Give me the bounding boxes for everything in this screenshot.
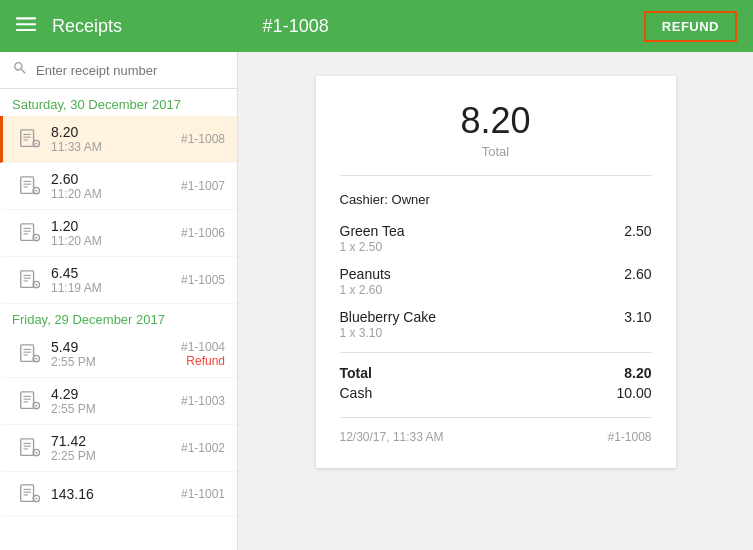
search-icon bbox=[12, 60, 28, 80]
receipt-icon bbox=[15, 172, 43, 200]
line-item-price: 3.10 bbox=[624, 309, 651, 325]
svg-rect-2 bbox=[16, 29, 36, 31]
receipt-item-0-1[interactable]: 2.60 11:20 AM #1-1007 bbox=[0, 163, 237, 210]
cashier-line: Cashier: Owner bbox=[340, 192, 652, 207]
svg-rect-52 bbox=[21, 485, 34, 502]
app-title: Receipts bbox=[52, 16, 243, 37]
menu-icon[interactable] bbox=[16, 14, 36, 39]
receipt-item-right: #1-1003 bbox=[181, 394, 225, 408]
receipt-time: 11:33 AM bbox=[51, 140, 181, 154]
line-item-row: Blueberry Cake 3.10 bbox=[340, 309, 652, 325]
line-item-name: Blueberry Cake bbox=[340, 309, 437, 325]
receipt-icon bbox=[15, 434, 43, 462]
receipt-item-info: 6.45 11:19 AM bbox=[51, 265, 181, 295]
receipt-item-right: #1-1002 bbox=[181, 441, 225, 455]
svg-rect-38 bbox=[21, 392, 34, 409]
receipt-total-amount: 8.20 bbox=[340, 100, 652, 142]
svg-rect-17 bbox=[21, 224, 34, 241]
sidebar-groups: Saturday, 30 December 2017 8.20 11:33 AM… bbox=[0, 89, 237, 517]
receipt-line-item-2: Blueberry Cake 3.10 1 x 3.10 bbox=[340, 309, 652, 340]
search-box bbox=[0, 52, 237, 89]
line-item-name: Green Tea bbox=[340, 223, 405, 239]
receipt-item-1-2[interactable]: 71.42 2:25 PM #1-1002 bbox=[0, 425, 237, 472]
receipt-number: #1-1004 bbox=[181, 340, 225, 354]
main-layout: Saturday, 30 December 2017 8.20 11:33 AM… bbox=[0, 52, 753, 550]
line-item-sub: 1 x 2.60 bbox=[340, 283, 652, 297]
receipt-footer: 12/30/17, 11:33 AM #1-1008 bbox=[340, 417, 652, 444]
receipt-item-right: #1-1008 bbox=[181, 132, 225, 146]
receipt-icon bbox=[15, 480, 43, 508]
receipt-amount: 2.60 bbox=[51, 171, 181, 187]
svg-rect-0 bbox=[16, 17, 36, 19]
receipt-number: #1-1002 bbox=[181, 441, 225, 455]
total-label: Cash bbox=[340, 385, 373, 401]
receipt-total-label: Total bbox=[340, 144, 652, 159]
receipt-line-item-0: Green Tea 2.50 1 x 2.50 bbox=[340, 223, 652, 254]
receipt-item-1-1[interactable]: 4.29 2:55 PM #1-1003 bbox=[0, 378, 237, 425]
receipt-time: 11:20 AM bbox=[51, 234, 181, 248]
receipt-icon bbox=[15, 387, 43, 415]
receipt-time: 11:19 AM bbox=[51, 281, 181, 295]
receipt-icon bbox=[15, 266, 43, 294]
app-header: Receipts #1-1008 REFUND bbox=[0, 0, 753, 52]
receipt-amount: 6.45 bbox=[51, 265, 181, 281]
receipt-footer-id: #1-1008 bbox=[607, 430, 651, 444]
total-label: Total bbox=[340, 365, 372, 381]
svg-rect-1 bbox=[16, 23, 36, 25]
receipt-amount: 8.20 bbox=[51, 124, 181, 140]
receipt-item-0-0[interactable]: 8.20 11:33 AM #1-1008 bbox=[0, 116, 237, 163]
line-item-sub: 1 x 2.50 bbox=[340, 240, 652, 254]
svg-rect-24 bbox=[21, 271, 34, 288]
receipt-line-item-1: Peanuts 2.60 1 x 2.60 bbox=[340, 266, 652, 297]
receipt-item-1-3[interactable]: 143.16 #1-1001 bbox=[0, 472, 237, 517]
total-value: 10.00 bbox=[616, 385, 651, 401]
refund-button[interactable]: REFUND bbox=[644, 11, 737, 42]
receipt-item-0-2[interactable]: 1.20 11:20 AM #1-1006 bbox=[0, 210, 237, 257]
receipt-item-right: #1-1001 bbox=[181, 487, 225, 501]
svg-rect-45 bbox=[21, 439, 34, 456]
receipt-item-info: 8.20 11:33 AM bbox=[51, 124, 181, 154]
receipt-item-info: 1.20 11:20 AM bbox=[51, 218, 181, 248]
receipt-icon bbox=[15, 219, 43, 247]
receipt-time: 2:55 PM bbox=[51, 355, 181, 369]
line-item-row: Green Tea 2.50 bbox=[340, 223, 652, 239]
line-item-price: 2.50 bbox=[624, 223, 651, 239]
receipt-icon bbox=[15, 340, 43, 368]
receipt-item-0-3[interactable]: 6.45 11:19 AM #1-1005 bbox=[0, 257, 237, 304]
receipt-number: #1-1003 bbox=[181, 394, 225, 408]
content-area: 8.20 Total Cashier: Owner Green Tea 2.50… bbox=[238, 52, 753, 550]
receipt-total-section: 8.20 Total bbox=[340, 100, 652, 176]
receipt-items-section: Green Tea 2.50 1 x 2.50 Peanuts 2.60 1 x… bbox=[340, 223, 652, 353]
receipt-number: #1-1008 bbox=[181, 132, 225, 146]
receipt-amount: 71.42 bbox=[51, 433, 181, 449]
receipt-item-info: 5.49 2:55 PM bbox=[51, 339, 181, 369]
receipt-number: #1-1005 bbox=[181, 273, 225, 287]
receipt-number: #1-1006 bbox=[181, 226, 225, 240]
receipt-item-info: 2.60 11:20 AM bbox=[51, 171, 181, 201]
refund-label: Refund bbox=[181, 354, 225, 368]
header-receipt-id: #1-1008 bbox=[243, 16, 644, 37]
receipt-totals: Total 8.20 Cash 10.00 bbox=[340, 365, 652, 401]
receipt-amount: 143.16 bbox=[51, 486, 181, 502]
receipt-item-info: 143.16 bbox=[51, 486, 181, 502]
receipt-number: #1-1007 bbox=[181, 179, 225, 193]
receipt-item-1-0[interactable]: 5.49 2:55 PM #1-1004 Refund bbox=[0, 331, 237, 378]
sidebar: Saturday, 30 December 2017 8.20 11:33 AM… bbox=[0, 52, 238, 550]
date-group-label-0: Saturday, 30 December 2017 bbox=[0, 89, 237, 116]
line-item-row: Peanuts 2.60 bbox=[340, 266, 652, 282]
total-row-1: Cash 10.00 bbox=[340, 385, 652, 401]
receipt-item-right: #1-1007 bbox=[181, 179, 225, 193]
receipt-amount: 5.49 bbox=[51, 339, 181, 355]
search-input[interactable] bbox=[36, 63, 225, 78]
total-row-0: Total 8.20 bbox=[340, 365, 652, 381]
receipt-footer-date: 12/30/17, 11:33 AM bbox=[340, 430, 444, 444]
receipt-item-info: 71.42 2:25 PM bbox=[51, 433, 181, 463]
receipt-item-info: 4.29 2:55 PM bbox=[51, 386, 181, 416]
svg-rect-3 bbox=[21, 130, 34, 147]
receipt-time: 11:20 AM bbox=[51, 187, 181, 201]
date-group-label-1: Friday, 29 December 2017 bbox=[0, 304, 237, 331]
receipt-amount: 1.20 bbox=[51, 218, 181, 234]
receipt-item-right: #1-1006 bbox=[181, 226, 225, 240]
receipt-amount: 4.29 bbox=[51, 386, 181, 402]
line-item-name: Peanuts bbox=[340, 266, 391, 282]
